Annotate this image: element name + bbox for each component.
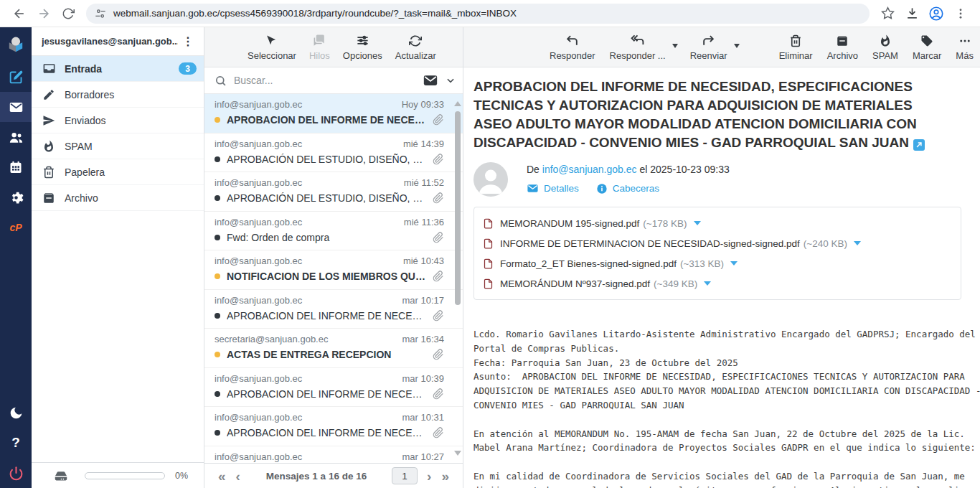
attachment-menu-icon[interactable] xyxy=(730,261,738,266)
settings-task-button[interactable] xyxy=(0,182,32,212)
search-scope-mail-icon[interactable] xyxy=(423,72,438,88)
profile-icon[interactable] xyxy=(924,1,948,26)
attachment-name[interactable]: INFORME DE DETERMINACION DE NECESIDAD-si… xyxy=(500,238,800,249)
attachment-name[interactable]: MEMORÁNDUM Nº937-signed.pdf xyxy=(500,278,650,289)
attachment-size: (~240 KB) xyxy=(804,238,847,249)
threads-button[interactable]: Hilos xyxy=(306,34,334,61)
compose-button[interactable] xyxy=(0,62,32,92)
options-button[interactable]: Opciones xyxy=(339,34,386,61)
reply-all-icon xyxy=(630,34,645,48)
scroll-down-arrow-icon[interactable] xyxy=(454,451,461,456)
calendar-task-button[interactable] xyxy=(0,152,32,182)
read-dot-icon xyxy=(215,313,220,319)
details-link[interactable]: Detalles xyxy=(527,182,579,194)
message-sender: info@sanjuan.gob.ec xyxy=(215,139,302,149)
flame-icon xyxy=(42,139,56,154)
sidebar-item-inbox[interactable]: Entrada 3 xyxy=(32,56,204,82)
reply-button[interactable]: Responder xyxy=(546,34,599,61)
read-dot-icon xyxy=(215,430,220,436)
reply-all-label: Responder ... xyxy=(610,50,666,61)
open-in-new-window-icon[interactable] xyxy=(913,139,925,151)
webmail-app: cP ? jesusgavilanes@sanjuan.gob.... ⋮ xyxy=(0,27,980,488)
attachment-name[interactable]: MEMORANDUM 195-signed.pdf xyxy=(500,218,639,229)
sender-email-link[interactable]: info@sanjuan.gob.ec xyxy=(542,164,637,175)
attachment-name[interactable]: Formato_2_ET Bienes-signed-signed.pdf xyxy=(500,258,677,269)
sidebar-item-sent[interactable]: Enviados xyxy=(32,108,204,133)
message-list-item[interactable]: info@sanjuan.gob.ecmié 10:43 NOTIFICACIO… xyxy=(204,250,463,290)
mark-button[interactable]: Marcar xyxy=(909,34,945,61)
search-input[interactable] xyxy=(234,75,423,86)
site-controls-icon[interactable] xyxy=(95,8,106,19)
attachments-panel: MEMORANDUM 195-signed.pdf (~178 KB) INFO… xyxy=(473,207,961,300)
message-list-item[interactable]: info@sanjuan.gob.ecHoy 09:33 APROBACION … xyxy=(204,94,463,133)
refresh-label: Actualizar xyxy=(395,50,436,61)
reply-all-button[interactable]: Responder ... xyxy=(606,34,669,61)
list-scrollbar-thumb[interactable] xyxy=(455,111,461,305)
dark-mode-toggle[interactable] xyxy=(0,398,32,428)
search-icon xyxy=(215,75,227,87)
attachment-item[interactable]: Formato_2_ET Bienes-signed-signed.pdf (~… xyxy=(483,253,952,273)
message-list-item[interactable]: info@sanjuan.gob.ecmar 10:17 APROBACION … xyxy=(204,290,463,329)
delete-button[interactable]: Eliminar xyxy=(776,34,816,61)
message-list-item[interactable]: info@sanjuan.gob.ecmié 11:36 Fwd: Orden … xyxy=(204,212,463,251)
forward-dropdown-icon[interactable] xyxy=(734,44,740,48)
headers-link[interactable]: Cabeceras xyxy=(596,183,659,194)
flame-icon xyxy=(879,34,892,48)
sidebar-item-trash[interactable]: Papelera xyxy=(32,159,204,185)
attachment-menu-icon[interactable] xyxy=(854,241,861,245)
cpanel-logo-icon[interactable]: cP xyxy=(0,212,32,243)
message-list-item[interactable]: info@sanjuan.gob.ecmar 10:39 APROBACION … xyxy=(204,368,463,408)
refresh-button[interactable]: Actualizar xyxy=(392,34,440,61)
browser-reload-icon[interactable] xyxy=(56,1,80,26)
bookmark-star-icon[interactable] xyxy=(875,1,900,26)
attachment-menu-icon[interactable] xyxy=(694,221,701,225)
message-subject: APROBACION DEL INFORME DE NECESIDA... xyxy=(227,388,428,400)
spam-button[interactable]: SPAM xyxy=(869,34,902,61)
forward-button[interactable]: Reenviar xyxy=(687,34,731,61)
account-header: jesusgavilanes@sanjuan.gob.... ⋮ xyxy=(32,27,204,56)
browser-back-icon[interactable] xyxy=(7,1,32,26)
contacts-task-button[interactable] xyxy=(0,122,32,152)
scroll-up-arrow-icon[interactable] xyxy=(454,101,461,106)
attachment-item[interactable]: MEMORANDUM 195-signed.pdf (~178 KB) xyxy=(483,213,952,233)
attachment-item[interactable]: MEMORÁNDUM Nº937-signed.pdf (~349 KB) xyxy=(483,273,952,294)
quota-progress-bar xyxy=(85,472,165,479)
sidebar-item-spam[interactable]: SPAM xyxy=(32,133,204,159)
message-list-item[interactable]: secretaria@sanjuan.gob.ecmar 16:34 ACTAS… xyxy=(204,329,463,368)
roundcube-logo-icon[interactable] xyxy=(0,27,32,62)
message-list-item[interactable]: info@sanjuan.gob.ecmar 10:31 APROBACION … xyxy=(204,407,463,446)
attachment-menu-icon[interactable] xyxy=(704,281,711,286)
list-scrollbar[interactable] xyxy=(454,101,461,456)
message-list-item[interactable]: info@sanjuan.gob.ecmié 14:39 APROBACIÓN … xyxy=(204,133,463,173)
inbox-icon xyxy=(42,62,56,76)
help-button[interactable]: ? xyxy=(0,428,32,458)
more-label: Más xyxy=(956,50,974,61)
logout-button[interactable] xyxy=(0,458,32,488)
folder-label: Entrada xyxy=(65,63,102,75)
message-sender: info@sanjuan.gob.ec xyxy=(215,451,302,462)
message-list-item[interactable]: info@sanjuan.gob.ecmié 11:52 APROBACIÓN … xyxy=(204,172,463,212)
browser-forward-icon[interactable] xyxy=(32,1,56,26)
url-text[interactable]: webmail.sanjuan.gob.ec/cpsess4569390018/… xyxy=(113,8,517,19)
select-button[interactable]: Seleccionar xyxy=(244,34,300,61)
archive-button[interactable]: Archivo xyxy=(824,34,862,61)
address-bar[interactable]: webmail.sanjuan.gob.ec/cpsess4569390018/… xyxy=(86,4,870,24)
mail-task-button[interactable] xyxy=(0,92,32,122)
sidebar-item-drafts[interactable]: Borradores xyxy=(32,82,204,108)
last-page-button[interactable]: » xyxy=(436,469,454,483)
page-number-input[interactable] xyxy=(392,467,418,484)
reply-all-dropdown-icon[interactable] xyxy=(672,44,678,48)
previous-page-button[interactable]: ‹ xyxy=(231,469,245,483)
next-page-button[interactable]: › xyxy=(422,469,436,483)
sidebar-item-archive[interactable]: Archivo xyxy=(32,185,204,211)
attachment-item[interactable]: INFORME DE DETERMINACION DE NECESIDAD-si… xyxy=(483,233,952,253)
first-page-button[interactable]: « xyxy=(213,469,231,483)
more-button[interactable]: Más xyxy=(952,34,977,61)
browser-menu-icon[interactable] xyxy=(948,1,973,26)
browser-toolbar: webmail.sanjuan.gob.ec/cpsess4569390018/… xyxy=(0,0,980,27)
download-icon[interactable] xyxy=(900,1,924,26)
message-sender: info@sanjuan.gob.ec xyxy=(215,412,302,423)
message-list-item[interactable]: info@sanjuan.gob.ecmar 10:27 xyxy=(204,446,463,464)
account-menu-icon[interactable]: ⋮ xyxy=(178,34,198,48)
search-options-chevron-icon[interactable] xyxy=(446,75,456,85)
